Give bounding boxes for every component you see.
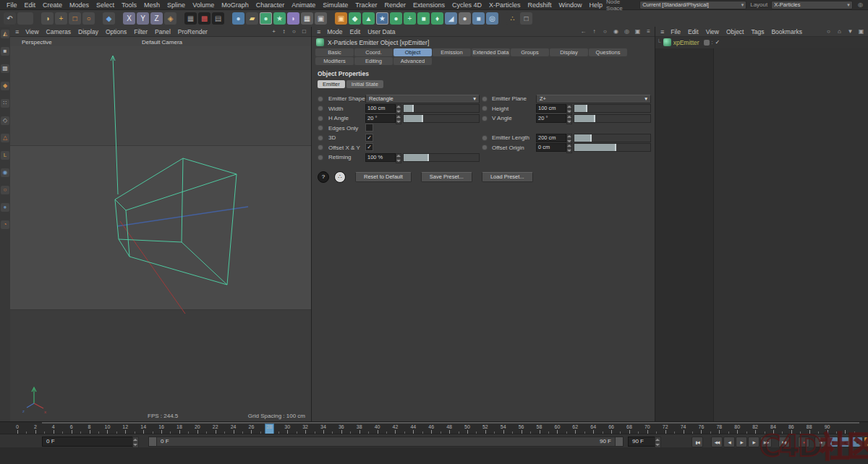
menu-select[interactable]: Select xyxy=(93,1,118,9)
record-button[interactable]: ● xyxy=(798,437,809,447)
animation-dot-icon[interactable] xyxy=(318,145,323,150)
subtab-emitter[interactable]: Emitter xyxy=(318,80,345,88)
goto-start-button[interactable]: ▮◀ xyxy=(692,437,703,447)
snap-dots-icon[interactable]: ∴ xyxy=(506,12,519,25)
xp-group-icon[interactable]: ◆ xyxy=(349,12,361,25)
end-frame-spinner[interactable] xyxy=(655,437,661,448)
orbit-view-icon[interactable]: ○ xyxy=(290,27,298,35)
panel-menu-icon[interactable]: ≡ xyxy=(644,27,652,35)
tab-groups[interactable]: Groups xyxy=(511,48,549,56)
object-list-item[interactable]: └xpEmitter:✓ xyxy=(655,37,868,48)
viewport-solo-icon[interactable]: ● xyxy=(1,203,9,212)
search-icon[interactable]: ○ xyxy=(825,27,833,35)
animation-dot-icon[interactable] xyxy=(482,106,487,111)
tab-display[interactable]: Display xyxy=(550,48,588,56)
layout-select[interactable]: X-Particles ▾ xyxy=(771,1,853,9)
v-angle-slider[interactable] xyxy=(574,114,651,123)
animation-dot-icon[interactable] xyxy=(482,145,487,150)
search-icon[interactable]: ○ xyxy=(601,27,609,35)
3d-checkbox[interactable]: ✓ xyxy=(365,134,373,142)
mograph-icon[interactable]: ★ xyxy=(273,12,286,25)
camera-icon[interactable]: ▣ xyxy=(315,12,327,25)
object-menu-bookmarks[interactable]: Bookmarks xyxy=(767,28,806,35)
tab-emission[interactable]: Emission xyxy=(433,48,471,56)
range-start-grip[interactable] xyxy=(149,437,157,446)
viewport-menu-view[interactable]: View xyxy=(22,28,42,35)
array-grid-icon[interactable]: ▦ xyxy=(301,12,313,25)
polygons-mode-icon[interactable]: △ xyxy=(1,134,9,142)
play-button[interactable]: ▶ xyxy=(736,437,747,447)
record-position-button[interactable]: ● xyxy=(827,437,838,447)
animation-dot-icon[interactable] xyxy=(318,97,323,101)
coordinate-system-icon[interactable]: ◈ xyxy=(164,12,176,25)
offset-origin-spinner[interactable] xyxy=(566,143,572,153)
viewport-menu-panel[interactable]: Panel xyxy=(151,28,174,35)
menu-spline[interactable]: Spline xyxy=(163,1,189,9)
tab-advanced[interactable]: Advanced xyxy=(393,57,432,65)
prev-key-button[interactable]: ◀◀ xyxy=(711,437,723,447)
object-menu-view[interactable]: View xyxy=(702,28,723,35)
xp-cache-icon[interactable]: ▲ xyxy=(362,12,375,25)
xp-mode-icon[interactable]: ◔ xyxy=(1,220,9,229)
x-axis-button[interactable]: X xyxy=(123,12,135,25)
scale-tool-icon[interactable]: □ xyxy=(69,12,81,25)
animation-dot-icon[interactable] xyxy=(482,136,487,140)
pan-view-icon[interactable]: + xyxy=(270,27,278,35)
edges-only-checkbox[interactable] xyxy=(365,124,373,132)
pen-spline-icon[interactable]: ▰ xyxy=(246,12,258,25)
goto-end-button[interactable]: ▶▮ xyxy=(778,437,790,447)
generator-sphere-icon[interactable]: ● xyxy=(260,12,272,25)
filter-icon[interactable]: ▼ xyxy=(846,27,854,35)
keyframe-selection-button[interactable]: ◆ xyxy=(814,437,826,447)
menu-volume[interactable]: Volume xyxy=(189,1,218,9)
retiming-input[interactable]: 100 % xyxy=(365,153,396,162)
v-angle-input[interactable]: 20 ° xyxy=(536,114,566,123)
xp-generator-icon[interactable]: ■ xyxy=(417,12,430,25)
xp-trail-icon[interactable]: ♦ xyxy=(431,12,443,25)
points-mode-icon[interactable]: ∷ xyxy=(1,99,9,108)
tab-editing[interactable]: Editing xyxy=(354,57,393,65)
panel-burger-icon[interactable]: ≡ xyxy=(314,28,323,35)
animation-dot-icon[interactable] xyxy=(318,136,323,140)
up-arrow-icon[interactable]: ↑ xyxy=(590,27,598,35)
menu-tools[interactable]: Tools xyxy=(118,1,140,9)
object-menu-tags[interactable]: Tags xyxy=(747,28,767,35)
home-icon[interactable]: ⌂ xyxy=(835,27,843,35)
make-editable-icon[interactable]: ◭ xyxy=(1,30,9,38)
record-scale-button[interactable]: ▲ xyxy=(839,437,851,447)
attribute-menu-user-data[interactable]: User Data xyxy=(364,28,399,35)
h-angle-input[interactable]: 20 ° xyxy=(365,114,396,123)
width-spinner[interactable] xyxy=(396,104,401,114)
render-queue-icon[interactable]: ▤ xyxy=(212,12,224,25)
width-slider[interactable] xyxy=(403,104,480,113)
timeline-scrollbar[interactable] xyxy=(42,422,859,424)
viewport-menu-display[interactable]: Display xyxy=(75,28,102,35)
menu-mograph[interactable]: MoGraph xyxy=(218,1,252,9)
tab-questions[interactable]: Questions xyxy=(589,48,627,56)
new-window-icon[interactable]: ▣ xyxy=(857,27,865,35)
tab-modifiers[interactable]: Modifiers xyxy=(315,57,354,65)
tab-coord[interactable]: Coord. xyxy=(354,48,393,56)
panel-burger-icon[interactable]: ≡ xyxy=(658,28,667,35)
undo-icon[interactable]: ↶ xyxy=(4,12,16,25)
menu-window[interactable]: Window xyxy=(556,1,586,9)
live-selection-icon[interactable]: ◑ xyxy=(41,12,54,25)
menu-character[interactable]: Character xyxy=(252,1,289,9)
snap-icon[interactable]: ◉ xyxy=(1,168,9,177)
axis-mode-icon[interactable]: L xyxy=(1,151,9,160)
xp-action-icon[interactable]: ■ xyxy=(472,12,485,25)
menu-cycles-4d[interactable]: Cycles 4D xyxy=(448,1,485,9)
camera-label[interactable]: Default Camera xyxy=(142,39,182,46)
z-axis-button[interactable]: Z xyxy=(150,12,163,25)
retiming-spinner[interactable] xyxy=(396,153,401,163)
layer-badge-icon[interactable] xyxy=(704,40,710,46)
xp-help-icon[interactable]: ? xyxy=(318,171,329,183)
animation-dot-icon[interactable] xyxy=(318,116,323,121)
back-arrow-icon[interactable]: ← xyxy=(579,27,587,35)
width-input[interactable]: 100 cm xyxy=(365,104,396,113)
undo-history-box[interactable] xyxy=(17,12,33,25)
animation-dot-icon[interactable] xyxy=(318,155,323,160)
timeline-ruler[interactable]: 0246810121416182022242628303234363840424… xyxy=(0,421,868,434)
current-frame-spinner[interactable] xyxy=(132,437,139,448)
menu-redshift[interactable]: Redshift xyxy=(524,1,556,9)
